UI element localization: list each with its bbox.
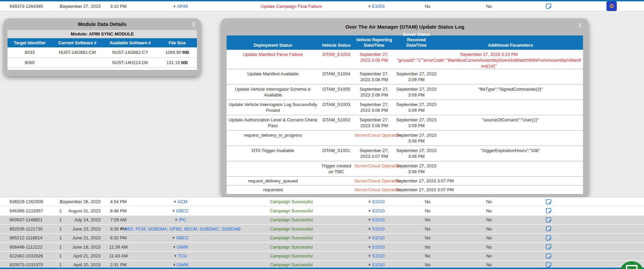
notes-icon[interactable]: [546, 3, 552, 10]
campaign-row-expanded: 949373-12643451September 27, 20233:10 PM…: [0, 1, 644, 11]
notes-icon[interactable]: [546, 243, 552, 250]
deployment-status: Update Authorization Level & Consent Che…: [227, 117, 319, 129]
status-code-link[interactable]: S1010: [372, 199, 385, 204]
caret-up-icon: ∧: [173, 5, 176, 8]
campaign-status: Campaign Successful: [225, 235, 358, 240]
available-software: NU5T-14H213-DK: [103, 60, 157, 65]
campaign-date: April 20, 2023: [66, 262, 101, 267]
flag-no-1: No: [395, 253, 460, 258]
status-code-link[interactable]: S1010: [372, 217, 385, 222]
status-code-cell: ∨S1010: [358, 262, 395, 267]
additional-parameters: "sourceOfConsent":"User(1)": [438, 117, 583, 123]
campaign-id: 820573-1031575: [0, 262, 55, 267]
note-cell: [518, 216, 579, 223]
campaign-id: 856446-1112222: [0, 244, 55, 250]
caret-down-icon: ∨: [174, 254, 177, 257]
status-code-link[interactable]: S1010: [372, 253, 385, 258]
campaign-date: June 21, 2023: [66, 235, 101, 240]
campaign-time: 7:09 AM: [101, 217, 136, 222]
additional-parameters: "triggerExpirationHours":"336": [438, 148, 583, 153]
notes-icon[interactable]: [546, 207, 552, 214]
module-toggle-link[interactable]: OBCC: [176, 235, 189, 240]
caret-down-icon: ∨: [368, 227, 371, 230]
module-toggle-link[interactable]: GWM: [177, 262, 188, 267]
vehicle-status: OTAM_S1002: [319, 117, 353, 123]
otam-log-row: Update Manifest Parse FailureOTAM_E1003S…: [227, 50, 583, 69]
campaign-time: 3:10 PM: [101, 4, 136, 9]
caret-down-icon: ∨: [368, 218, 371, 221]
module-toggle-link[interactable]: IPC: [179, 217, 186, 222]
status-code-link[interactable]: E1003: [372, 4, 385, 9]
module-cell: ∨OBCC: [136, 235, 225, 240]
caret-down-icon: ∨: [368, 245, 371, 249]
status-code-link[interactable]: S1010: [372, 262, 385, 267]
module-toggle-link[interactable]: TCU: [178, 253, 187, 258]
recycle-arrows-glyph: ♻: [609, 3, 614, 9]
module-cell: ∨ABS, PCM, SOBDMA, GFM2, BECM, SOBDMC, S…: [136, 226, 225, 231]
module-toggle-link[interactable]: APIM: [177, 4, 188, 9]
module-toggle-link[interactable]: OBCC: [176, 208, 189, 213]
module-toggle-link[interactable]: ACM: [178, 199, 187, 204]
note-cell: [518, 235, 579, 241]
column-header-available-software: Available Software #: [103, 41, 157, 45]
caret-down-icon: ∨: [173, 263, 175, 266]
flag-no-2: No: [460, 226, 518, 231]
vehicle-status: OTAM_S1004: [319, 71, 353, 77]
target-identifier: 8033: [7, 50, 52, 55]
file-size-unit: MB: [181, 60, 188, 65]
flag-no-2: No: [460, 235, 518, 240]
close-icon[interactable]: X: [191, 21, 196, 28]
recycle-icon[interactable]: ♻: [607, 1, 617, 11]
otam-log-row: request_delivery_queuedServer/Cloud Oper…: [227, 177, 583, 185]
notes-icon[interactable]: [546, 216, 552, 223]
caret-down-icon: ∨: [368, 263, 371, 266]
notes-icon[interactable]: [546, 198, 552, 205]
deployment-status: Update Manifest Available: [227, 71, 319, 77]
otam-log-row: Update Manifest AvailableOTAM_S1004Septe…: [227, 69, 583, 85]
caret-down-icon: ∨: [121, 227, 123, 230]
vehicle-reporting-datetime: September 27, 2023 3:08 PM: [353, 86, 395, 98]
campaign-history-rows: 936529-12625091September 26, 20234:54 PM…: [0, 197, 644, 269]
status-code-link[interactable]: S1010: [372, 226, 385, 231]
vehicle-status: Trigger created on TMC: [319, 163, 353, 175]
otam-status-log-dialog: Over The Air Manager (OTAM) Update Statu…: [221, 18, 589, 197]
status-code-link[interactable]: S1010: [372, 244, 385, 250]
vehicle-reporting-datetime: September 27, 2023 3:07 PM: [353, 148, 395, 159]
note-cell: [518, 261, 579, 268]
notes-icon[interactable]: [546, 235, 552, 241]
module-cell: ∨IPC: [136, 217, 225, 222]
module-cell: ∨OBCC: [136, 208, 225, 213]
campaign-time: 4:54 PM: [101, 199, 136, 204]
vehicle-reporting-datetime: Server/Cloud Operation: [353, 163, 395, 169]
column-header-server-status-received-datetime: Server Status ReceivedDate/Time: [395, 32, 438, 48]
notes-icon[interactable]: [546, 225, 552, 232]
status-code-link[interactable]: S1010: [372, 208, 385, 213]
flag-no-1: No: [395, 4, 460, 9]
note-cell: [518, 253, 579, 259]
module-toggle-link[interactable]: GWM: [177, 244, 188, 250]
status-code-link[interactable]: S1010: [372, 235, 385, 240]
campaign-row: 822462-10328261April 21, 202311:43 AM∨TC…: [0, 251, 644, 260]
campaign-id: 892535-1121730: [0, 226, 55, 231]
campaign-row: 892535-11217301June 23, 20239:35 PM∨ABS,…: [0, 224, 644, 233]
close-icon[interactable]: X: [578, 23, 582, 29]
vehicle-reporting-datetime: Server/Cloud Operation: [353, 178, 395, 184]
note-cell: [518, 243, 579, 250]
campaign-time: 11:39 AM: [101, 244, 136, 250]
status-code-cell: ∨S1010: [358, 253, 395, 258]
module-data-row: 8060NU5T-14H213-DK131.15MB: [7, 58, 197, 68]
status-code-cell: ∨S1010: [358, 208, 395, 213]
caret-down-icon: ∨: [368, 254, 371, 257]
otam-log-table: Deployment Status Vehicle Status Vehicle…: [227, 35, 583, 194]
dialog-title: Module Data Details: [3, 18, 201, 30]
server-status-datetime: September 27, 2023 3:07 PM: [395, 187, 438, 193]
notes-icon[interactable]: [546, 253, 552, 259]
status-code-cell: ∨S1010: [358, 199, 395, 204]
module-toggle-link[interactable]: ABS, PCM, SOBDMA, GFM2, BECM, SOBDMC, SO…: [124, 226, 241, 231]
deployment-status: request_delivery_queued: [227, 178, 319, 184]
vehicle-reporting-datetime: September 27, 2023 3:08 PM: [353, 102, 395, 113]
deployment-status: requested: [227, 187, 319, 193]
campaign-status: Update Campaign Final Failure: [225, 4, 358, 9]
notes-icon[interactable]: [546, 261, 552, 268]
campaign-row: 900837-11486211July 14, 20237:09 AM∨IPCC…: [0, 215, 644, 224]
